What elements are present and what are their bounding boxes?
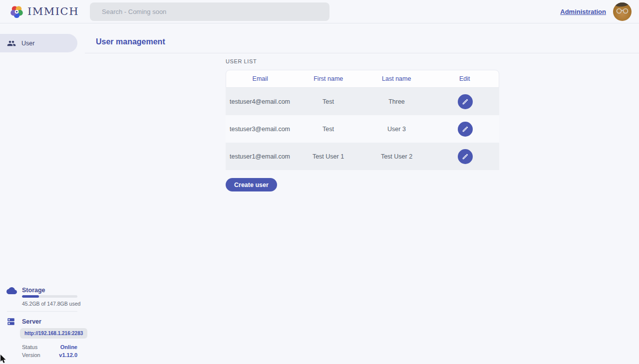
cell-first-name: Test User 1 [294, 143, 362, 170]
column-header-email: Email [226, 70, 295, 87]
user-table: Email First name Last name Edit testuser… [226, 70, 499, 170]
server-status-value: Online [60, 344, 77, 350]
app-logo[interactable]: IMMICH [10, 5, 79, 18]
cloud-icon [6, 286, 17, 296]
app-title: IMMICH [27, 5, 79, 17]
administration-link[interactable]: Administration [560, 8, 606, 15]
search-input[interactable] [90, 2, 329, 21]
cell-last-name: Test User 2 [362, 143, 431, 170]
pencil-icon [462, 126, 469, 133]
page-title: User management [96, 37, 165, 46]
users-group-icon [7, 39, 16, 48]
storage-usage-text: 45.2GB of 147.8GB used [22, 301, 80, 307]
cell-last-name: Three [362, 88, 431, 115]
glasses-icon [615, 8, 630, 14]
sidebar-divider [7, 311, 77, 312]
user-avatar[interactable] [613, 2, 632, 21]
edit-user-button[interactable] [458, 149, 473, 164]
cell-email: testuser4@email.com [226, 88, 294, 115]
cell-email: testuser1@email.com [226, 143, 294, 170]
create-user-button[interactable]: Create user [226, 178, 277, 191]
top-bar: IMMICH Administration [0, 0, 639, 23]
column-header-last-name: Last name [362, 70, 431, 87]
table-row: testuser4@email.com Test Three [226, 88, 499, 115]
storage-progress-fill [22, 295, 39, 298]
server-version-value: v1.12.0 [59, 352, 77, 358]
immich-flower-icon [10, 5, 23, 18]
pencil-icon [462, 153, 469, 160]
cell-last-name: User 3 [362, 115, 431, 143]
server-title: Server [22, 318, 41, 325]
column-header-edit: Edit [431, 70, 499, 87]
server-version-label: Version [22, 352, 40, 358]
cell-first-name: Test [294, 115, 362, 143]
cell-email: testuser3@email.com [226, 115, 294, 143]
server-status-label: Status [22, 344, 37, 350]
pencil-icon [462, 98, 469, 105]
title-divider [85, 53, 639, 53]
edit-user-button[interactable] [458, 94, 473, 109]
column-header-first-name: First name [295, 70, 363, 87]
user-list-heading: USER LIST [226, 58, 257, 64]
table-row: testuser3@email.com Test User 3 [226, 115, 499, 143]
server-dns-icon [6, 317, 15, 328]
mouse-cursor [0, 355, 7, 364]
edit-user-button[interactable] [458, 122, 473, 137]
cell-first-name: Test [294, 88, 362, 115]
table-header-row: Email First name Last name Edit [226, 70, 499, 88]
sidebar-item-label: User [21, 40, 34, 47]
storage-title: Storage [22, 287, 45, 294]
server-url-badge: http://192.168.1.216:2283 [20, 328, 87, 339]
storage-progressbar [22, 295, 77, 298]
sidebar-item-user[interactable]: User [0, 34, 77, 52]
table-row: testuser1@email.com Test User 1 Test Use… [226, 143, 499, 170]
